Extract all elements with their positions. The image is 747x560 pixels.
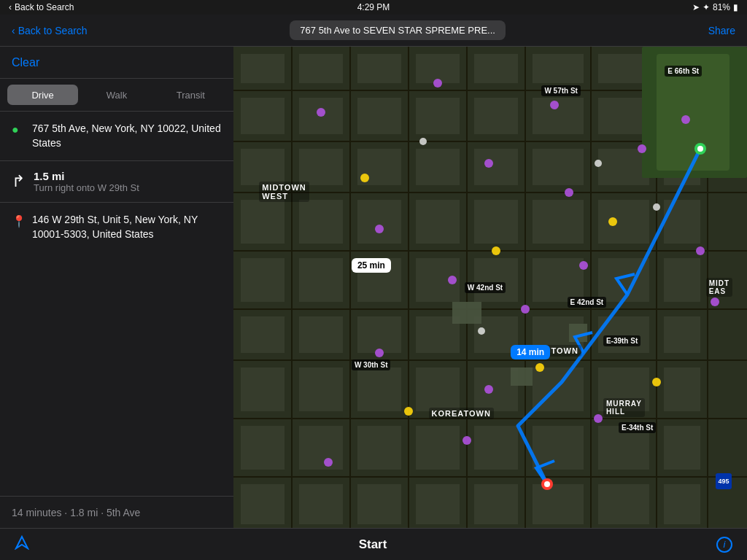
svg-rect-42 <box>299 200 343 244</box>
step-distance: 1.5 mi <box>34 170 139 182</box>
svg-rect-50 <box>299 258 343 302</box>
svg-rect-80 <box>664 426 700 470</box>
origin-card: ● 767 5th Ave, New York, NY 10022, Unite… <box>0 112 233 161</box>
svg-point-106 <box>448 276 457 284</box>
nav-back-label: Back to Search <box>18 25 88 36</box>
svg-point-98 <box>317 108 325 117</box>
location-button[interactable] <box>15 535 29 553</box>
battery-icon: ▮ <box>733 2 738 12</box>
svg-point-112 <box>324 458 333 467</box>
svg-rect-90 <box>511 368 533 386</box>
svg-point-107 <box>521 305 530 314</box>
time-badge-14: 14 min <box>511 345 550 359</box>
svg-rect-49 <box>241 258 285 302</box>
svg-rect-65 <box>241 368 285 411</box>
bottom-toolbar: Start i <box>0 528 747 560</box>
svg-rect-89 <box>452 302 481 324</box>
svg-rect-86 <box>533 484 584 524</box>
svg-point-101 <box>484 159 493 168</box>
location-arrow-icon <box>15 535 29 550</box>
share-button[interactable]: Share <box>708 25 735 36</box>
bluetooth-icon: ✦ <box>703 2 710 12</box>
svg-rect-37 <box>474 149 518 185</box>
svg-rect-54 <box>533 258 584 302</box>
tab-drive[interactable]: Drive <box>7 85 78 105</box>
svg-rect-57 <box>241 316 285 353</box>
svg-rect-45 <box>474 200 518 244</box>
svg-rect-56 <box>664 258 700 302</box>
destination-address: 146 W 29th St, Unit 5, New York, NY 1000… <box>32 213 222 241</box>
svg-point-103 <box>565 188 573 197</box>
svg-rect-43 <box>357 200 401 244</box>
battery-label: 81% <box>713 2 730 12</box>
svg-rect-88 <box>664 484 700 524</box>
svg-point-116 <box>360 174 369 182</box>
turn-right-icon: ↱ <box>12 172 25 191</box>
svg-rect-34 <box>299 149 343 185</box>
clear-button[interactable]: Clear <box>12 56 39 69</box>
svg-rect-83 <box>357 484 401 524</box>
map-area[interactable]: MIDTOWNWEST MIDTOWN MURRAYHILL KOREATOWN… <box>233 47 747 528</box>
svg-point-95 <box>544 481 550 487</box>
map-canvas: MIDTOWNWEST MIDTOWN MURRAYHILL KOREATOWN… <box>233 47 747 528</box>
nav-title: 767 5th Ave to SEVEN STAR SPREME PRE... <box>290 20 506 40</box>
location-cards: ● 767 5th Ave, New York, NY 10022, Unite… <box>0 112 233 528</box>
start-button[interactable]: Start <box>359 537 387 552</box>
back-to-search-label: Back to Search <box>15 2 74 12</box>
transport-tabs: Drive Walk Transit <box>0 79 233 112</box>
origin-pin-icon: ● <box>12 123 23 135</box>
svg-point-120 <box>652 378 661 386</box>
info-button[interactable]: i <box>716 537 732 553</box>
svg-rect-41 <box>241 200 285 244</box>
svg-point-105 <box>681 115 690 124</box>
svg-rect-73 <box>241 426 285 470</box>
svg-point-109 <box>696 246 705 255</box>
svg-point-119 <box>535 363 544 372</box>
svg-rect-36 <box>416 149 460 185</box>
label-e34: E-34th St <box>619 422 656 433</box>
svg-rect-75 <box>357 426 401 470</box>
svg-rect-74 <box>299 426 343 470</box>
nav-bar: ‹ Back to Search 767 5th Ave to SEVEN ST… <box>0 15 747 47</box>
tab-walk[interactable]: Walk <box>81 85 152 105</box>
svg-rect-33 <box>241 149 285 185</box>
origin-address: 767 5th Ave, New York, NY 10022, United … <box>32 122 222 150</box>
step-instruction: Turn right onto W 29th St <box>34 182 139 193</box>
svg-rect-28 <box>416 98 460 134</box>
svg-point-114 <box>594 414 603 423</box>
destination-pin-icon: 📍 <box>12 214 23 226</box>
svg-rect-66 <box>299 368 343 411</box>
svg-point-117 <box>492 246 500 255</box>
svg-rect-39 <box>598 149 649 185</box>
svg-rect-17 <box>241 54 285 83</box>
label-midtown-west: MIDTOWNWEST <box>259 182 309 202</box>
back-button[interactable]: ‹ Back to Search <box>12 25 88 36</box>
status-back[interactable]: ‹ Back to Search <box>9 2 74 12</box>
svg-rect-47 <box>598 200 649 244</box>
svg-rect-59 <box>357 316 401 353</box>
svg-point-125 <box>478 327 485 335</box>
svg-point-121 <box>404 407 413 416</box>
svg-rect-78 <box>533 426 584 470</box>
chevron-left-icon: ‹ <box>9 2 12 12</box>
status-right: ➤ ✦ 81% ▮ <box>692 2 738 12</box>
svg-rect-72 <box>664 368 700 411</box>
time-badge-25: 25 min <box>352 258 391 273</box>
label-e66: E 66th St <box>665 66 702 77</box>
svg-rect-82 <box>299 484 343 524</box>
svg-rect-48 <box>664 200 700 244</box>
label-murray-hill: MURRAYHILL <box>603 398 645 417</box>
destination-card: 📍 146 W 29th St, Unit 5, New York, NY 10… <box>0 203 233 252</box>
svg-rect-29 <box>474 98 518 134</box>
svg-point-102 <box>375 225 384 233</box>
status-time: 4:29 PM <box>357 2 390 12</box>
svg-rect-77 <box>474 426 518 470</box>
svg-rect-31 <box>598 98 649 134</box>
svg-point-113 <box>462 436 471 445</box>
svg-rect-46 <box>533 200 584 244</box>
svg-rect-44 <box>416 200 460 244</box>
direction-step[interactable]: ↱ 1.5 mi Turn right onto W 29th St <box>0 161 233 203</box>
label-e39: E-39th St <box>603 335 640 346</box>
tab-transit[interactable]: Transit <box>155 85 226 105</box>
label-e42: E 42nd St <box>568 297 607 308</box>
